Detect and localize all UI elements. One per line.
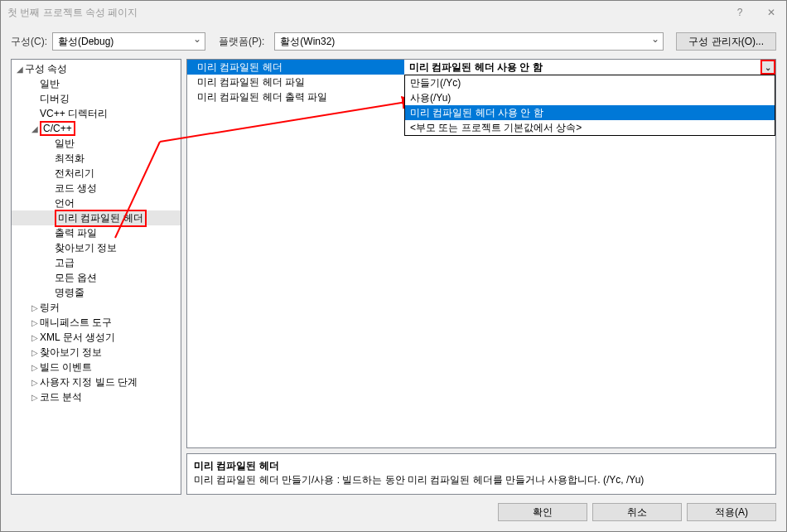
expand-icon[interactable]: ▷ bbox=[30, 303, 40, 312]
tree-item-3[interactable]: ◢C/C++ bbox=[12, 121, 181, 136]
property-label: 미리 컴파일된 헤더 파일 bbox=[187, 75, 404, 89]
config-manager-button[interactable]: 구성 관리자(O)... bbox=[676, 32, 776, 51]
property-label: 미리 컴파일된 헤더 bbox=[187, 60, 404, 75]
titlebar: 첫 번째 프로젝트 속성 페이지 ? ✕ bbox=[1, 1, 786, 24]
dropdown-option-2[interactable]: 미리 컴파일된 헤더 사용 안 함 bbox=[405, 105, 775, 120]
expand-icon[interactable]: ▷ bbox=[30, 363, 40, 372]
property-label: 미리 컴파일된 헤더 출력 파일 bbox=[187, 89, 404, 104]
expand-icon[interactable]: ▷ bbox=[30, 318, 40, 327]
config-combobox[interactable]: 활성(Debug) bbox=[52, 32, 205, 51]
tree-item-11[interactable]: 찾아보기 정보 bbox=[12, 240, 181, 255]
config-value: 활성(Debug) bbox=[58, 35, 113, 49]
expand-icon[interactable]: ◢ bbox=[30, 124, 40, 133]
tree-item-17[interactable]: ▷XML 문서 생성기 bbox=[12, 330, 181, 345]
description-text: 미리 컴파일된 헤더 만들기/사용 : 빌드하는 동안 미리 컴파일된 헤더를 … bbox=[194, 473, 769, 487]
config-manager-label: 구성 관리자(O)... bbox=[688, 35, 764, 49]
tree-item-0[interactable]: 일반 bbox=[12, 76, 181, 91]
window-title: 첫 번째 프로젝트 속성 페이지 bbox=[7, 6, 138, 20]
dropdown-option-1[interactable]: 사용(/Yu) bbox=[405, 90, 775, 105]
description-box: 미리 컴파일된 헤더 미리 컴파일된 헤더 만들기/사용 : 빌드하는 동안 미… bbox=[186, 453, 776, 495]
tree-item-14[interactable]: 명령줄 bbox=[12, 285, 181, 300]
tree-item-12[interactable]: 고급 bbox=[12, 255, 181, 270]
expand-icon[interactable]: ▷ bbox=[30, 393, 40, 402]
tree-item-13[interactable]: 모든 옵션 bbox=[12, 270, 181, 285]
tree-item-5[interactable]: 최적화 bbox=[12, 151, 181, 166]
cancel-button[interactable]: 취소 bbox=[592, 503, 682, 521]
tree-item-4[interactable]: 일반 bbox=[12, 136, 181, 151]
ok-button[interactable]: 확인 bbox=[498, 503, 587, 521]
tree-item-2[interactable]: VC++ 디렉터리 bbox=[12, 106, 181, 121]
property-page-dialog: 첫 번째 프로젝트 속성 페이지 ? ✕ 구성(C): 활성(Debug) 플랫… bbox=[0, 0, 787, 532]
tree-item-10[interactable]: 출력 파일 bbox=[12, 225, 181, 240]
tree-item-8[interactable]: 언어 bbox=[12, 196, 181, 210]
config-label: 구성(C): bbox=[11, 35, 47, 49]
collapse-icon[interactable]: ◢ bbox=[15, 65, 25, 74]
expand-icon[interactable]: ▷ bbox=[30, 333, 40, 342]
description-title: 미리 컴파일된 헤더 bbox=[194, 459, 769, 473]
platform-combobox[interactable]: 활성(Win32) bbox=[274, 32, 664, 51]
tree-root[interactable]: ◢구성 속성 bbox=[12, 61, 181, 76]
dropdown-option-0[interactable]: 만들기(/Yc) bbox=[405, 75, 775, 90]
expand-icon[interactable]: ▷ bbox=[30, 378, 40, 387]
tree-item-18[interactable]: ▷찾아보기 정보 bbox=[12, 345, 181, 360]
property-row-0[interactable]: 미리 컴파일된 헤더미리 컴파일된 헤더 사용 안 함⌄ bbox=[187, 60, 775, 75]
help-button[interactable]: ? bbox=[731, 7, 748, 18]
tree-item-19[interactable]: ▷빌드 이벤트 bbox=[12, 360, 181, 375]
tree-item-9[interactable]: 미리 컴파일된 헤더 bbox=[12, 210, 181, 225]
tree-item-7[interactable]: 코드 생성 bbox=[12, 181, 181, 196]
tree-item-15[interactable]: ▷링커 bbox=[12, 300, 181, 315]
tree-view[interactable]: ◢구성 속성일반디버깅VC++ 디렉터리◢C/C++일반최적화전처리기코드 생성… bbox=[11, 59, 181, 495]
platform-value: 활성(Win32) bbox=[280, 35, 335, 49]
dropdown-list[interactable]: 만들기(/Yc)사용(/Yu)미리 컴파일된 헤더 사용 안 함<부모 또는 프… bbox=[404, 75, 775, 136]
dialog-footer: 확인 취소 적용(A) bbox=[1, 495, 786, 531]
property-value[interactable]: 미리 컴파일된 헤더 사용 안 함⌄ bbox=[404, 60, 775, 75]
dropdown-option-3[interactable]: <부모 또는 프로젝트 기본값에서 상속> bbox=[405, 120, 775, 135]
dropdown-icon[interactable]: ⌄ bbox=[760, 60, 775, 75]
main-area: ◢구성 속성일반디버깅VC++ 디렉터리◢C/C++일반최적화전처리기코드 생성… bbox=[1, 59, 786, 495]
tree-item-21[interactable]: ▷코드 분석 bbox=[12, 389, 181, 404]
close-button[interactable]: ✕ bbox=[763, 7, 780, 18]
tree-item-20[interactable]: ▷사용자 지정 빌드 단계 bbox=[12, 375, 181, 389]
tree-item-6[interactable]: 전처리기 bbox=[12, 166, 181, 181]
tree-item-1[interactable]: 디버깅 bbox=[12, 91, 181, 106]
apply-button[interactable]: 적용(A) bbox=[687, 503, 776, 521]
tree-item-16[interactable]: ▷매니페스트 도구 bbox=[12, 315, 181, 330]
property-grid[interactable]: 미리 컴파일된 헤더미리 컴파일된 헤더 사용 안 함⌄미리 컴파일된 헤더 파… bbox=[186, 59, 776, 448]
config-toolbar: 구성(C): 활성(Debug) 플랫폼(P): 활성(Win32) 구성 관리… bbox=[1, 24, 786, 59]
titlebar-controls: ? ✕ bbox=[731, 7, 780, 18]
right-pane: 미리 컴파일된 헤더미리 컴파일된 헤더 사용 안 함⌄미리 컴파일된 헤더 파… bbox=[186, 59, 776, 495]
platform-label: 플랫폼(P): bbox=[219, 35, 264, 49]
expand-icon[interactable]: ▷ bbox=[30, 348, 40, 357]
